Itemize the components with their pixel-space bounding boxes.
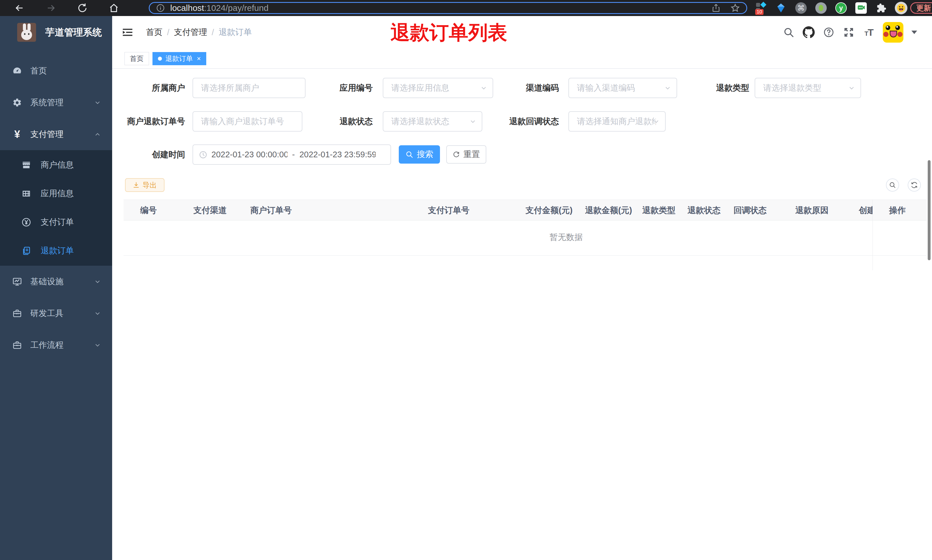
- breadcrumb: 首页 / 支付管理 / 退款订单: [146, 16, 252, 49]
- chevron-down-icon: [664, 78, 671, 97]
- filter-label-merchant: 所属商户: [123, 78, 185, 98]
- sidebar-item-dev-tools[interactable]: 研发工具: [0, 297, 112, 329]
- table-row-divider: [124, 255, 927, 256]
- col-refund-type: 退款类型: [642, 200, 675, 221]
- chevron-down-icon: [94, 99, 101, 106]
- tab-refund-order[interactable]: 退款订单 ×: [152, 52, 206, 65]
- refund-type-select[interactable]: 请选择退款类型: [755, 78, 861, 98]
- sidebar-item-payment[interactable]: ¥ 支付管理: [0, 118, 112, 150]
- chevron-down-icon: [480, 78, 488, 97]
- col-pay-no: 支付订单号: [428, 200, 469, 221]
- app-select[interactable]: 请选择应用信息: [383, 78, 493, 98]
- col-refund-amount: 退款金额(元): [585, 200, 632, 221]
- notify-status-select[interactable]: 请选择通知商户退款结果的: [568, 111, 666, 132]
- create-time-range-picker[interactable]: 2022-01-23 00:00:00 - 2022-01-23 23:59:5…: [192, 145, 391, 165]
- extensions-row: 10 ⌘ y: [755, 2, 907, 14]
- browser-update-button[interactable]: 更新: [910, 2, 932, 14]
- profile-emoji-icon[interactable]: [895, 2, 907, 14]
- main-content: 所属商户 请选择所属商户 应用编号 请选择应用信息 渠道编码 请输入渠道编码 退…: [112, 69, 932, 560]
- chevron-down-icon: [652, 112, 660, 131]
- sidebar-collapse-icon[interactable]: [121, 26, 134, 38]
- sidebar-item-infra[interactable]: 基础设施: [0, 266, 112, 297]
- browser-home-icon[interactable]: [108, 2, 120, 14]
- yen-icon: ¥: [11, 128, 23, 140]
- browser-toolbar: localhost:1024/pay/refund 10 ⌘: [0, 0, 932, 16]
- toolbox-icon: [11, 309, 23, 318]
- site-info-icon[interactable]: [156, 3, 165, 12]
- close-tab-icon[interactable]: ×: [197, 55, 201, 62]
- fixed-column-divider: [872, 200, 873, 270]
- browser-reload-icon[interactable]: [77, 2, 88, 14]
- hide-search-icon[interactable]: [886, 178, 899, 192]
- sidebar-item-system[interactable]: 系统管理: [0, 87, 112, 118]
- share-icon[interactable]: [711, 3, 721, 12]
- merchant-refund-no-input[interactable]: 请输入商户退款订单号: [192, 111, 302, 132]
- start-date-value: 2022-01-23 00:00:00: [211, 150, 288, 159]
- url-bar[interactable]: localhost:1024/pay/refund: [149, 2, 747, 14]
- filter-label-refund-type: 退款类型: [685, 78, 749, 98]
- refresh-icon[interactable]: [908, 178, 921, 192]
- sidebar-item-app-info[interactable]: 应用信息: [0, 179, 112, 208]
- sidebar-item-merchant-info[interactable]: 商户信息: [0, 151, 112, 179]
- app-header: 首页 / 支付管理 / 退款订单 退款订单列表 TT: [112, 16, 932, 49]
- reset-button[interactable]: 重置: [446, 145, 486, 164]
- sidebar-item-refund-order[interactable]: 退款订单: [0, 237, 112, 265]
- breadcrumb-current: 退款订单: [218, 26, 252, 38]
- screen: localhost:1024/pay/refund 10 ⌘: [0, 0, 932, 560]
- sidebar-item-payment-order[interactable]: 支付订单: [0, 208, 112, 237]
- sidebar-item-home[interactable]: 首页: [0, 55, 112, 87]
- col-actions: 操作: [889, 200, 906, 221]
- font-size-icon[interactable]: TT: [863, 26, 875, 38]
- bookmark-star-icon[interactable]: [731, 3, 740, 13]
- gear-icon: [11, 98, 23, 108]
- active-dot-icon: [158, 57, 162, 61]
- page-scrollbar[interactable]: [928, 160, 930, 260]
- page-title: 退款订单列表: [391, 16, 507, 49]
- sidebar-item-workflow[interactable]: 工作流程: [0, 329, 112, 361]
- breadcrumb-home[interactable]: 首页: [146, 26, 163, 38]
- app-logo[interactable]: 芋道管理系统: [17, 22, 112, 42]
- col-pay-amount: 支付金额(元): [526, 200, 572, 221]
- col-merchant-no: 商户订单号: [250, 200, 292, 221]
- avatar-caret-icon[interactable]: [911, 31, 917, 34]
- col-pay-channel: 支付渠道: [193, 200, 226, 221]
- col-notify-status: 回调状态: [734, 200, 767, 221]
- extension-green-dot-icon[interactable]: [815, 2, 827, 14]
- extension-command-icon[interactable]: ⌘: [795, 2, 807, 14]
- browser-back-icon[interactable]: [14, 2, 25, 14]
- avatar[interactable]: [883, 22, 903, 43]
- github-icon[interactable]: [803, 26, 815, 38]
- help-icon[interactable]: [823, 26, 835, 38]
- export-button[interactable]: 导出: [125, 178, 165, 192]
- col-create-time: 创建时间: [859, 200, 872, 221]
- col-refund-status: 退款状态: [687, 200, 721, 221]
- fullscreen-icon[interactable]: [843, 26, 855, 38]
- extensions-puzzle-icon[interactable]: [875, 2, 887, 14]
- chevron-down-icon: [94, 342, 101, 349]
- refund-status-select[interactable]: 请选择退款状态: [383, 111, 482, 132]
- yen-circle-icon: [21, 217, 32, 228]
- breadcrumb-payment[interactable]: 支付管理: [174, 26, 207, 38]
- extension-gem-icon[interactable]: [775, 2, 787, 14]
- search-button[interactable]: 搜索: [399, 145, 440, 164]
- tab-home[interactable]: 首页: [125, 52, 149, 65]
- filter-label-app: 应用编号: [309, 78, 373, 98]
- browser-forward-icon[interactable]: [45, 2, 57, 14]
- chevron-down-icon: [469, 112, 477, 131]
- extension-y-icon[interactable]: y: [835, 2, 847, 14]
- payment-submenu: 商户信息 应用信息 支付订单: [0, 150, 112, 266]
- merchant-input[interactable]: 请选择所属商户: [192, 78, 306, 98]
- channel-select[interactable]: 请输入渠道编码: [568, 78, 677, 98]
- logo-rabbit-image: [17, 23, 36, 42]
- extension-grid-diamond-icon[interactable]: 10: [755, 2, 767, 14]
- chevron-down-icon: [848, 78, 855, 97]
- extension-chat-icon[interactable]: [855, 2, 867, 14]
- filter-label-merchant-refund-no: 商户退款订单号: [123, 111, 185, 132]
- tags-view: 首页 退款订单 ×: [112, 49, 932, 69]
- chevron-down-icon: [94, 310, 101, 317]
- search-icon[interactable]: [783, 26, 795, 38]
- grid-icon: [21, 189, 32, 198]
- dashboard-icon: [11, 66, 23, 76]
- filter-label-channel: 渠道编码: [495, 78, 559, 98]
- clock-icon: [199, 151, 208, 159]
